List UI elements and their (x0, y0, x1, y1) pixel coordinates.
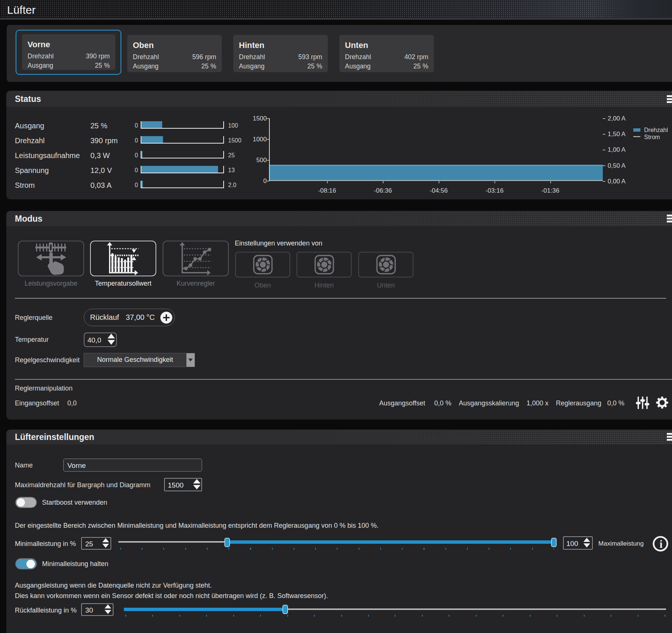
svg-text:Strom: Strom (644, 134, 660, 140)
svg-text:Drehzahl: Drehzahl (644, 127, 668, 133)
svg-text:0: 0 (263, 177, 267, 184)
svg-text:500: 500 (256, 157, 267, 164)
svg-text:1,50 A: 1,50 A (608, 131, 626, 138)
svg-text:0,50 A: 0,50 A (608, 162, 626, 169)
svg-text:0,00 A: 0,00 A (608, 178, 626, 185)
svg-text:-08:16: -08:16 (318, 187, 336, 194)
svg-text:-03:16: -03:16 (486, 187, 503, 194)
svg-text:i: i (659, 538, 662, 550)
svg-text:-06:36: -06:36 (374, 187, 392, 194)
svg-text:2,00 A: 2,00 A (608, 115, 626, 122)
svg-text:1500: 1500 (253, 115, 267, 122)
svg-text:-04:56: -04:56 (430, 187, 448, 194)
svg-text:1000: 1000 (253, 136, 267, 143)
svg-text:1,00 A: 1,00 A (608, 146, 626, 153)
svg-text:-01:36: -01:36 (541, 187, 559, 194)
